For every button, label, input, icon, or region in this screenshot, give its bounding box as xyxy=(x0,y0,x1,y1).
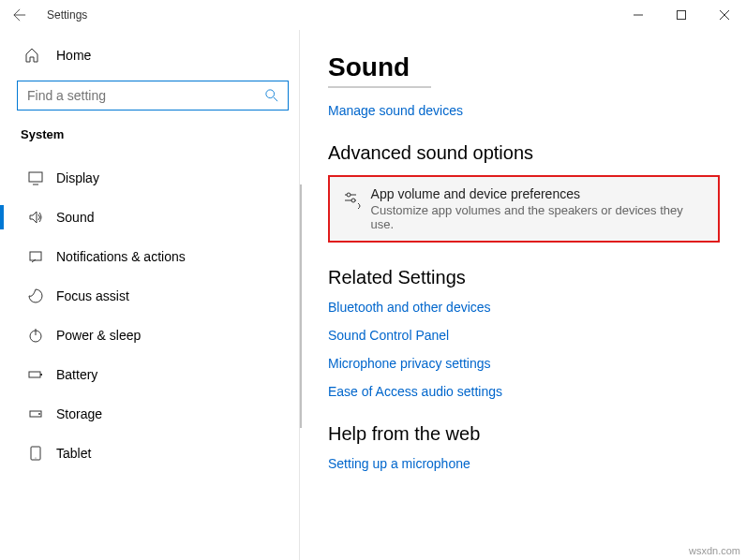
nav-battery[interactable]: Battery xyxy=(17,355,300,394)
app-volume-option[interactable]: App volume and device preferences Custom… xyxy=(328,175,720,243)
search-input[interactable] xyxy=(27,88,265,103)
display-icon xyxy=(24,170,47,185)
minimize-button[interactable] xyxy=(617,0,660,30)
svg-point-12 xyxy=(38,413,40,415)
sliders-icon xyxy=(343,186,371,211)
notifications-icon xyxy=(24,249,47,264)
back-button[interactable] xyxy=(13,8,39,22)
nav-label: Power & sleep xyxy=(47,328,141,343)
storage-icon xyxy=(24,406,47,421)
nav-focus[interactable]: Focus assist xyxy=(17,276,300,316)
svg-rect-4 xyxy=(29,172,42,182)
svg-rect-10 xyxy=(40,374,42,376)
sound-icon xyxy=(24,210,47,225)
advanced-heading: Advanced sound options xyxy=(328,142,720,164)
nav-label: Storage xyxy=(47,406,102,421)
svg-rect-9 xyxy=(29,372,40,377)
nav-label: Display xyxy=(47,170,99,185)
nav-sound[interactable]: Sound xyxy=(17,198,300,237)
maximize-button[interactable] xyxy=(660,0,703,30)
tablet-icon xyxy=(24,446,47,461)
main-content: Sound Manage sound devices Advanced soun… xyxy=(300,30,746,560)
sidebar-scrollbar[interactable] xyxy=(300,184,302,428)
search-input-container[interactable] xyxy=(17,81,289,111)
related-link[interactable]: Bluetooth and other devices xyxy=(328,300,720,315)
svg-point-16 xyxy=(347,193,351,197)
nav-label: Tablet xyxy=(47,446,91,461)
related-link[interactable]: Sound Control Panel xyxy=(328,328,720,343)
nav-label: Notifications & actions xyxy=(47,249,186,264)
nav-power[interactable]: Power & sleep xyxy=(17,316,300,355)
nav-label: Focus assist xyxy=(47,288,129,303)
nav-display[interactable]: Display xyxy=(17,158,300,198)
option-title: App volume and device preferences xyxy=(371,186,705,201)
nav-tablet[interactable]: Tablet xyxy=(17,434,300,473)
svg-line-3 xyxy=(274,97,277,101)
svg-rect-1 xyxy=(678,11,686,20)
home-label: Home xyxy=(47,48,91,63)
nav-notifications[interactable]: Notifications & actions xyxy=(17,237,300,276)
watermark: wsxdn.com xyxy=(689,545,740,556)
home-nav[interactable]: Home xyxy=(17,37,300,73)
section-label: System xyxy=(17,127,300,141)
svg-rect-6 xyxy=(30,252,41,260)
battery-icon xyxy=(24,367,47,382)
nav-label: Battery xyxy=(47,367,97,382)
search-icon xyxy=(265,89,278,102)
home-icon xyxy=(24,48,47,63)
title-underline xyxy=(328,86,431,88)
help-link[interactable]: Setting up a microphone xyxy=(328,456,720,471)
manage-devices-link[interactable]: Manage sound devices xyxy=(328,103,720,118)
close-button[interactable] xyxy=(703,0,746,30)
focus-icon xyxy=(24,288,47,303)
svg-point-14 xyxy=(36,458,37,459)
nav-label: Sound xyxy=(47,210,94,225)
page-title: Sound xyxy=(328,52,720,82)
sidebar: Home System Display Sound Notifications … xyxy=(0,30,300,560)
power-icon xyxy=(24,328,47,343)
related-link[interactable]: Ease of Access audio settings xyxy=(328,384,720,399)
related-link[interactable]: Microphone privacy settings xyxy=(328,356,720,371)
option-desc: Customize app volumes and the speakers o… xyxy=(371,203,705,231)
svg-point-18 xyxy=(351,199,355,202)
related-heading: Related Settings xyxy=(328,267,720,288)
help-heading: Help from the web xyxy=(328,423,720,445)
window-title: Settings xyxy=(39,8,87,22)
svg-point-2 xyxy=(266,90,275,98)
nav-storage[interactable]: Storage xyxy=(17,394,300,434)
